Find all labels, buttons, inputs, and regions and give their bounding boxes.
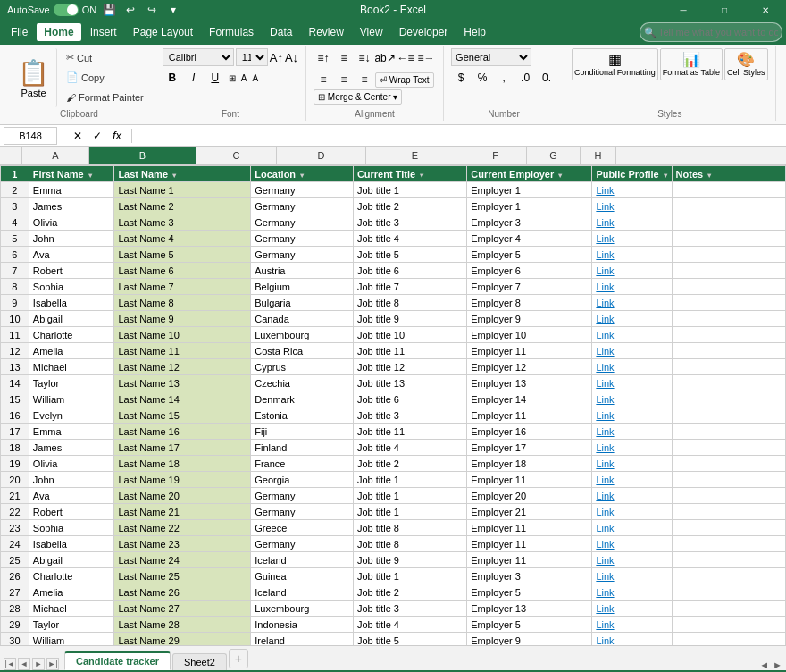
menu-data[interactable]: Data	[263, 23, 299, 41]
add-sheet-button[interactable]: +	[229, 649, 248, 668]
tab-candidate-tracker[interactable]: Candidate tracker	[64, 651, 171, 670]
cell-extra[interactable]	[740, 359, 785, 375]
cell-last-name[interactable]: Last Name 13	[114, 375, 251, 391]
cell-location[interactable]: Czechia	[251, 375, 354, 391]
tab-next-button[interactable]: ►	[32, 658, 45, 670]
cell-first-name[interactable]: Amelia	[29, 343, 114, 359]
cell-current-title[interactable]: Job title 5	[353, 633, 466, 646]
cell-extra[interactable]	[740, 440, 785, 456]
align-right-button[interactable]: ≡	[355, 70, 374, 89]
cell-last-name[interactable]: Last Name 8	[114, 295, 251, 311]
cell-current-title[interactable]: Job title 5	[353, 247, 466, 263]
cell-first-name[interactable]: Olivia	[29, 456, 114, 472]
cell-public-profile[interactable]: Link	[592, 214, 672, 231]
cell-current-title[interactable]: Job title 3	[353, 407, 466, 424]
menu-file[interactable]: File	[4, 23, 35, 41]
cell-location[interactable]: Estonia	[251, 407, 354, 424]
cell-first-name[interactable]: John	[29, 472, 114, 488]
cell-extra[interactable]	[740, 231, 785, 247]
row-number[interactable]: 10	[1, 311, 29, 327]
cell-current-title[interactable]: Job title 1	[353, 488, 466, 504]
conditional-formatting-button[interactable]: ▦ Conditional Formatting	[572, 48, 658, 80]
comma-button[interactable]: ,	[494, 68, 514, 88]
col-header-g[interactable]: G	[527, 147, 581, 164]
cell-current-title[interactable]: Job title 6	[353, 263, 466, 279]
cell-current-title[interactable]: Job title 2	[353, 198, 466, 214]
row-number[interactable]: 14	[1, 375, 29, 391]
align-top-center-button[interactable]: ≡	[334, 48, 354, 68]
row-number[interactable]: 15	[1, 391, 29, 407]
cell-last-name[interactable]: Last Name 2	[114, 198, 251, 214]
undo-icon[interactable]: ↩	[121, 1, 139, 19]
link-cell[interactable]: Link	[596, 249, 614, 260]
cell-extra[interactable]	[740, 536, 785, 552]
cell-public-profile[interactable]: Link	[592, 520, 672, 536]
cut-button[interactable]: ✂ Cut	[63, 49, 147, 67]
cell-location[interactable]: Cyprus	[251, 359, 354, 375]
link-cell[interactable]: Link	[596, 298, 614, 308]
cell-notes[interactable]	[672, 617, 740, 633]
link-cell[interactable]: Link	[596, 603, 614, 614]
link-cell[interactable]: Link	[596, 458, 614, 469]
cell-notes[interactable]	[672, 488, 740, 504]
cell-public-profile[interactable]: Link	[592, 198, 672, 214]
cell-current-employer[interactable]: Employer 10	[467, 327, 592, 343]
cell-current-employer[interactable]: Employer 3	[467, 568, 592, 584]
cell-first-name[interactable]: Emma	[29, 424, 114, 440]
cell-location[interactable]: Finland	[251, 440, 354, 456]
cell-location[interactable]: Belgium	[251, 279, 354, 295]
row-number[interactable]: 9	[1, 295, 29, 311]
cell-public-profile[interactable]: Link	[592, 424, 672, 440]
cell-location[interactable]: Ireland	[251, 633, 354, 646]
cell-location[interactable]: Austria	[251, 263, 354, 279]
cell-notes[interactable]	[672, 391, 740, 407]
cell-notes[interactable]	[672, 359, 740, 375]
cell-current-title[interactable]: Job title 2	[353, 584, 466, 601]
row-number[interactable]: 27	[1, 584, 29, 601]
cell-first-name[interactable]: John	[29, 231, 114, 247]
cell-last-name[interactable]: Last Name 12	[114, 359, 251, 375]
cell-first-name[interactable]: Ava	[29, 488, 114, 504]
cell-location[interactable]: Iceland	[251, 584, 354, 601]
cell-current-employer[interactable]: Employer 1	[467, 182, 592, 198]
bold-button[interactable]: B	[163, 68, 182, 88]
cell-notes[interactable]	[672, 343, 740, 359]
cell-last-name[interactable]: Last Name 22	[114, 520, 251, 536]
row-number[interactable]: 21	[1, 488, 29, 504]
row-number[interactable]: 24	[1, 536, 29, 552]
row-number[interactable]: 25	[1, 552, 29, 568]
cell-public-profile[interactable]: Link	[592, 311, 672, 327]
cell-extra[interactable]	[740, 568, 785, 584]
close-button[interactable]: ✕	[745, 0, 786, 20]
cell-current-title[interactable]: Job title 4	[353, 440, 466, 456]
decrease-decimal-button[interactable]: 0.	[537, 68, 556, 88]
dropdown-icon[interactable]: ▾	[164, 1, 182, 19]
cell-extra[interactable]	[740, 295, 785, 311]
cell-public-profile[interactable]: Link	[592, 295, 672, 311]
cell-current-title[interactable]: Job title 9	[353, 552, 466, 568]
cell-last-name[interactable]: Last Name 11	[114, 343, 251, 359]
cell-public-profile[interactable]: Link	[592, 343, 672, 359]
percent-button[interactable]: %	[472, 68, 492, 88]
link-cell[interactable]: Link	[596, 410, 614, 421]
cell-extra[interactable]	[740, 617, 785, 633]
cell-current-employer[interactable]: Employer 11	[467, 472, 592, 488]
cell-last-name[interactable]: Last Name 20	[114, 488, 251, 504]
cell-extra[interactable]	[740, 633, 785, 646]
cell-first-name[interactable]: Michael	[29, 601, 114, 617]
cell-notes[interactable]	[672, 214, 740, 231]
cell-first-name[interactable]: Robert	[29, 263, 114, 279]
cell-current-employer[interactable]: Employer 5	[467, 584, 592, 601]
cell-public-profile[interactable]: Link	[592, 391, 672, 407]
cell-notes[interactable]	[672, 311, 740, 327]
cell-current-employer[interactable]: Employer 5	[467, 247, 592, 263]
cell-current-title[interactable]: Job title 3	[353, 601, 466, 617]
menu-formulas[interactable]: Formulas	[202, 23, 261, 41]
cell-public-profile[interactable]: Link	[592, 488, 672, 504]
align-top-right-button[interactable]: ≡↓	[355, 48, 374, 68]
link-cell[interactable]: Link	[596, 426, 614, 437]
cell-current-employer[interactable]: Employer 11	[467, 407, 592, 424]
cell-current-employer[interactable]: Employer 16	[467, 424, 592, 440]
row-number[interactable]: 7	[1, 263, 29, 279]
link-cell[interactable]: Link	[596, 281, 614, 292]
